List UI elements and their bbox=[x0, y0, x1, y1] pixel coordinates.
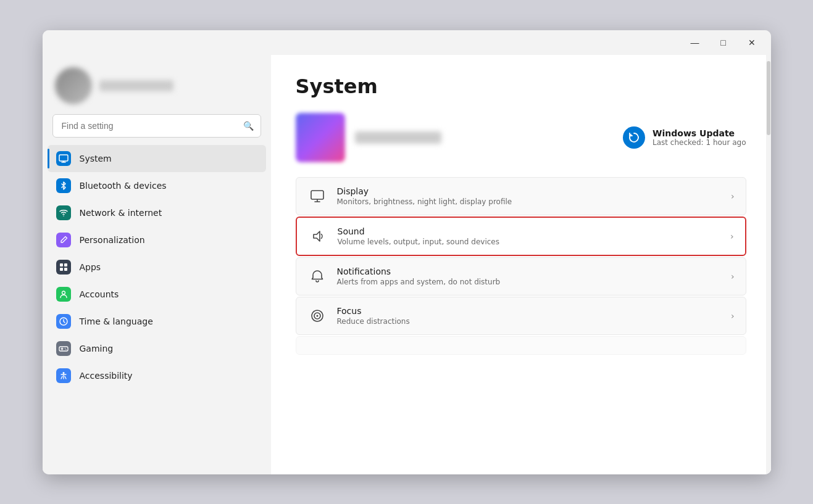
sound-text: Sound Volume levels, output, input, soun… bbox=[338, 226, 720, 246]
update-title: Windows Update bbox=[652, 128, 746, 138]
sidebar-item-label-accounts: Accounts bbox=[80, 289, 119, 299]
notifications-title: Notifications bbox=[337, 266, 721, 276]
settings-item-sound[interactable]: Sound Volume levels, output, input, soun… bbox=[296, 217, 746, 256]
sidebar-item-accessibility[interactable]: Accessibility bbox=[48, 362, 266, 389]
sound-desc: Volume levels, output, input, sound devi… bbox=[338, 238, 720, 246]
notifications-icon bbox=[307, 266, 327, 286]
svg-point-13 bbox=[65, 349, 66, 349]
sidebar-item-bluetooth[interactable]: Bluetooth & devices bbox=[48, 172, 266, 199]
svg-point-14 bbox=[62, 372, 64, 374]
bluetooth-icon bbox=[56, 178, 71, 193]
sound-icon bbox=[308, 226, 328, 246]
svg-rect-4 bbox=[64, 263, 67, 266]
svg-rect-6 bbox=[64, 268, 67, 271]
time-icon bbox=[56, 314, 71, 329]
notifications-chevron-icon: › bbox=[731, 271, 735, 281]
search-icon: 🔍 bbox=[243, 121, 254, 131]
display-text: Display Monitors, brightness, night ligh… bbox=[337, 186, 721, 206]
update-icon bbox=[623, 126, 645, 149]
sound-chevron-icon: › bbox=[730, 231, 734, 241]
svg-point-12 bbox=[64, 348, 65, 349]
display-icon bbox=[307, 186, 327, 206]
settings-item-focus[interactable]: Focus Reduce distractions › bbox=[296, 297, 746, 335]
focus-title: Focus bbox=[337, 306, 721, 316]
notifications-text: Notifications Alerts from apps and syste… bbox=[337, 266, 721, 286]
svg-rect-15 bbox=[311, 191, 323, 199]
page-title: System bbox=[296, 75, 746, 98]
minimize-button[interactable]: — bbox=[681, 33, 709, 52]
profile-banner-left bbox=[296, 113, 441, 162]
close-button[interactable]: ✕ bbox=[738, 33, 766, 52]
sidebar-item-label-accessibility: Accessibility bbox=[80, 371, 133, 381]
banner-avatar bbox=[296, 113, 345, 162]
sidebar-item-personalization[interactable]: Personalization bbox=[48, 226, 266, 254]
update-subtitle: Last checked: 1 hour ago bbox=[652, 138, 746, 147]
main-content: System Windows Update Last checked: 1 ho… bbox=[271, 55, 771, 474]
svg-point-7 bbox=[62, 291, 65, 294]
sidebar-item-gaming[interactable]: Gaming bbox=[48, 335, 266, 362]
svg-rect-3 bbox=[60, 263, 63, 266]
sidebar-item-label-system: System bbox=[80, 154, 112, 163]
display-desc: Monitors, brightness, night light, displ… bbox=[337, 197, 721, 206]
gaming-icon bbox=[56, 341, 71, 356]
focus-icon bbox=[307, 306, 327, 326]
settings-item-notifications[interactable]: Notifications Alerts from apps and syste… bbox=[296, 257, 746, 295]
content-area: 🔍 System Bluetooth & devices bbox=[43, 55, 771, 474]
settings-list: Display Monitors, brightness, night ligh… bbox=[296, 177, 746, 355]
svg-point-21 bbox=[316, 315, 318, 316]
partial-icon bbox=[307, 336, 327, 355]
settings-window: — □ ✕ 🔍 S bbox=[43, 30, 771, 474]
settings-item-display[interactable]: Display Monitors, brightness, night ligh… bbox=[296, 177, 746, 215]
scrollbar-track[interactable] bbox=[766, 55, 771, 474]
search-input[interactable] bbox=[52, 114, 261, 138]
sidebar-item-label-apps: Apps bbox=[80, 262, 101, 272]
sidebar: 🔍 System Bluetooth & devices bbox=[43, 55, 271, 474]
focus-desc: Reduce distractions bbox=[337, 317, 721, 326]
svg-marker-18 bbox=[314, 231, 320, 241]
notifications-desc: Alerts from apps and system, do not dist… bbox=[337, 278, 721, 286]
scrollbar-thumb[interactable] bbox=[767, 61, 770, 135]
avatar bbox=[55, 67, 92, 104]
settings-item-partial[interactable] bbox=[296, 336, 746, 355]
personalization-icon bbox=[56, 233, 71, 247]
update-text: Windows Update Last checked: 1 hour ago bbox=[652, 128, 746, 147]
sound-title: Sound bbox=[338, 226, 720, 236]
sidebar-item-accounts[interactable]: Accounts bbox=[48, 281, 266, 308]
display-title: Display bbox=[337, 186, 721, 196]
sidebar-item-apps[interactable]: Apps bbox=[48, 254, 266, 281]
titlebar: — □ ✕ bbox=[43, 30, 771, 55]
focus-chevron-icon: › bbox=[731, 311, 735, 321]
titlebar-controls: — □ ✕ bbox=[681, 33, 766, 52]
sidebar-item-network[interactable]: Network & internet bbox=[48, 199, 266, 226]
windows-update-box[interactable]: Windows Update Last checked: 1 hour ago bbox=[623, 126, 746, 149]
system-icon bbox=[56, 151, 71, 166]
apps-icon bbox=[56, 260, 71, 275]
svg-rect-5 bbox=[60, 268, 63, 271]
accessibility-icon bbox=[56, 368, 71, 383]
sidebar-item-time[interactable]: Time & language bbox=[48, 308, 266, 335]
sidebar-item-label-time: Time & language bbox=[80, 316, 153, 326]
network-icon bbox=[56, 205, 71, 220]
banner-info bbox=[355, 131, 441, 144]
maximize-button[interactable]: □ bbox=[709, 33, 738, 52]
display-chevron-icon: › bbox=[731, 191, 735, 201]
sidebar-profile bbox=[43, 55, 271, 114]
profile-name bbox=[99, 80, 173, 91]
nav-list: System Bluetooth & devices Network & int… bbox=[43, 145, 271, 389]
profile-banner: Windows Update Last checked: 1 hour ago bbox=[296, 113, 746, 162]
accounts-icon bbox=[56, 287, 71, 302]
sidebar-item-label-gaming: Gaming bbox=[80, 344, 114, 353]
svg-rect-9 bbox=[59, 347, 68, 351]
sidebar-item-label-bluetooth: Bluetooth & devices bbox=[80, 181, 167, 191]
svg-rect-0 bbox=[59, 155, 68, 161]
sidebar-item-system[interactable]: System bbox=[48, 145, 266, 172]
sidebar-item-label-network: Network & internet bbox=[80, 208, 162, 218]
search-box: 🔍 bbox=[52, 114, 261, 138]
sidebar-item-label-personalization: Personalization bbox=[80, 235, 145, 245]
focus-text: Focus Reduce distractions bbox=[337, 306, 721, 326]
